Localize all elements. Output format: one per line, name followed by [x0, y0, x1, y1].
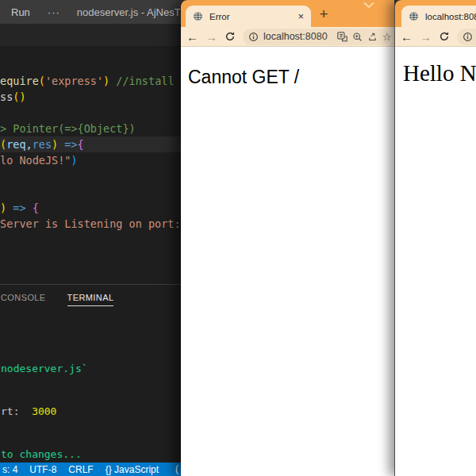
terminal-line: to changes... [1, 447, 88, 462]
tab-title: Error [209, 12, 291, 21]
menu-run[interactable]: Run [11, 6, 30, 18]
back-button[interactable]: ← [186, 31, 198, 43]
bookmark-star-icon[interactable]: ☆ [382, 32, 392, 42]
error-message-text: Cannot GET / [188, 67, 394, 88]
zoom-in-icon[interactable] [352, 32, 363, 42]
terminal-output[interactable]: nodeserver.js` rt: 3000 to changes... no… [1, 333, 88, 476]
address-bar[interactable] [457, 29, 476, 45]
tab-debug-console[interactable]: CONSOLE [1, 293, 46, 306]
window-title: nodeserver.js - AjNesTN [77, 6, 188, 18]
screen: Run ··· nodeserver.js - AjNesTN equire('… [0, 0, 476, 476]
terminal-line: rt: 3000 [1, 405, 88, 419]
browser2-page: Hello N [395, 46, 476, 476]
browser2-tabstrip: localhost:8080/hell [395, 0, 476, 27]
hello-message-text: Hello N [403, 60, 476, 86]
site-info-icon[interactable] [463, 32, 473, 42]
browser1-page: Cannot GET / [181, 46, 394, 476]
chevron-down-icon[interactable] [362, 2, 376, 9]
reload-icon[interactable] [225, 31, 236, 42]
globe-favicon-icon [409, 11, 419, 21]
address-bar[interactable]: localhost:8080 [243, 29, 390, 45]
translate-icon[interactable] [337, 32, 347, 42]
menu-more-icon[interactable]: ··· [48, 6, 60, 18]
status-encoding[interactable]: UTF-8 [29, 464, 56, 475]
forward-button[interactable]: → [420, 31, 432, 43]
status-indent[interactable]: s: 4 [2, 464, 17, 475]
share-icon[interactable] [367, 32, 378, 42]
browser1-tab-error[interactable]: Error × [186, 6, 311, 27]
new-tab-button[interactable]: + [317, 6, 331, 21]
globe-favicon-icon [193, 11, 203, 21]
browser-window-hello: localhost:8080/hell ← → [394, 0, 476, 476]
status-eol[interactable]: CRLF [68, 464, 93, 475]
browser2-toolbar: ← → [395, 27, 476, 46]
browser1-tabstrip: Error × + [181, 0, 394, 27]
forward-button[interactable]: → [205, 31, 217, 43]
back-button[interactable]: ← [401, 31, 413, 43]
browser1-toolbar: ← → localhost:8080 [181, 27, 394, 46]
site-info-icon[interactable] [248, 32, 259, 42]
reload-icon[interactable] [439, 31, 450, 42]
tab-title: localhost:8080/hell [425, 12, 476, 21]
browser2-tab[interactable]: localhost:8080/hell [401, 6, 476, 27]
tab-close-icon[interactable]: × [298, 11, 304, 21]
url-text[interactable]: localhost:8080 [263, 31, 328, 42]
tab-terminal[interactable]: TERMINAL [67, 293, 114, 306]
terminal-line: nodeserver.js` [1, 362, 88, 376]
browser-window-error: Error × + ← → [181, 0, 394, 476]
status-partial-icon: ( [175, 463, 178, 474]
status-language[interactable]: {} JavaScript [106, 464, 159, 475]
